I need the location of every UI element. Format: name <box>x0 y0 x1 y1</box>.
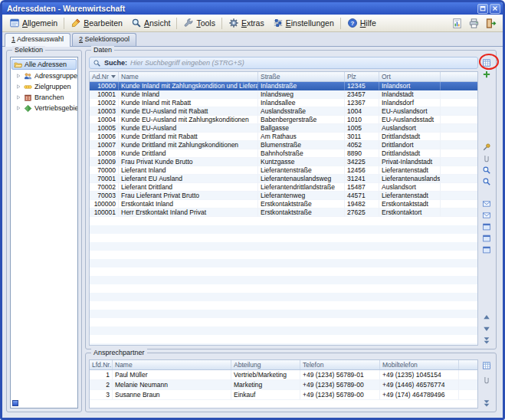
search-input[interactable]: Suche: Hier Suchbegriff eingeben (STRG+S… <box>89 57 478 69</box>
address-row[interactable]: 10007Kunde Drittland mit Zahlungskonditi… <box>90 141 477 149</box>
address-row[interactable]: 70002Lieferant DrittlandLieferantendritt… <box>90 183 477 192</box>
search-placeholder: Hier Suchbegriff eingeben (STRG+S) <box>130 59 244 67</box>
address-row[interactable]: 10005Kunde EU-AuslandBallgasse1005Auslan… <box>90 124 477 133</box>
column-header-mobiltelefon[interactable]: Mobiltelefon <box>380 360 459 369</box>
menu-item-bearbeiten[interactable]: Bearbeiten <box>67 16 126 30</box>
cell-ort: Lieferantenstadt <box>379 166 441 175</box>
cell-ort: Inlandsort <box>379 82 441 90</box>
tree-item-label: Adressgruppen <box>34 72 78 80</box>
toolbar-button-report-icon[interactable] <box>450 16 464 31</box>
strip-button-mail-icon[interactable] <box>481 199 492 208</box>
menu-item-label: Ansicht <box>144 18 170 28</box>
strip-button-clip-icon[interactable] <box>481 375 492 385</box>
address-row[interactable]: 100001Herr Erstkontakt Inland PrivatErst… <box>90 208 477 217</box>
address-row[interactable]: 70000Lieferant InlandLieferantenstraße12… <box>90 166 477 175</box>
strip-button-clip-icon[interactable] <box>481 153 492 163</box>
tree-item-adressgruppen[interactable]: Adressgruppen <box>11 71 77 81</box>
cell-filler <box>441 124 477 133</box>
svg-text:?: ? <box>350 20 354 27</box>
menu-item-extras[interactable]: Extras <box>225 16 268 30</box>
column-header-plz[interactable]: Plz <box>345 72 379 81</box>
address-row[interactable]: 10002Kunde Inland mit RabattInlandsallee… <box>90 99 477 107</box>
tree-item-label: Zielgruppen <box>34 83 71 90</box>
address-row[interactable]: 70001Lieferant EU AuslandLieferantenausl… <box>90 175 477 183</box>
menu-item-ansicht[interactable]: Ansicht <box>127 16 174 30</box>
cell-name: Kunde EU-Ausland mit Rabatt <box>119 107 258 116</box>
menu-item-hilfe[interactable]: ?Hilfe <box>343 16 380 30</box>
contact-row[interactable]: 3Susanne BraunEinkauf+49 (1234) 56789-00… <box>90 390 477 400</box>
cell-mobil: +49 (1446) 46576774 <box>380 380 459 390</box>
strip-button-window-icon[interactable] <box>481 244 492 254</box>
strip-button-add-icon[interactable] <box>481 69 492 79</box>
cell-nr: 3 <box>90 390 113 400</box>
toolbar-button-exit-icon[interactable] <box>484 16 498 31</box>
cell-filler <box>441 107 477 116</box>
strip-button-double-down-icon[interactable] <box>481 398 492 408</box>
column-header-stra-e[interactable]: Straße <box>258 72 345 81</box>
window-close-button[interactable] <box>490 4 500 14</box>
strip-button-down-icon[interactable] <box>481 323 492 333</box>
form-icon <box>9 18 20 28</box>
address-row[interactable]: 10003Kunde EU-Ausland mit RabattAuslands… <box>90 107 477 116</box>
strip-button-zoom-icon[interactable] <box>481 165 492 175</box>
cell-nr: 10004 <box>90 116 119 124</box>
toolbar-button-print-icon[interactable] <box>467 16 481 31</box>
tab-2-selektionspool[interactable]: 2 Selektionspool <box>72 33 136 46</box>
strip-button-window-icon[interactable] <box>481 221 492 231</box>
address-row[interactable]: 10004Kunde EU-Ausland mit Zahlungskondit… <box>90 116 477 124</box>
address-row[interactable]: 10006Kunde Drittland mit RabattAm Rathau… <box>90 133 477 141</box>
mail-icon <box>482 199 491 208</box>
cell-ort: Drittlandort <box>379 141 441 149</box>
cell-name: Kunde Inland mit Zahlungskondition und L… <box>119 82 258 90</box>
cell-strasse: Inlandsweg <box>258 90 345 99</box>
tree-item-zielgruppen[interactable]: Zielgruppen <box>11 81 77 92</box>
address-row[interactable]: 10008Kunde DrittlandBahnhofstraße8890Dri… <box>90 149 477 158</box>
strip-button-up-icon[interactable] <box>481 312 492 322</box>
menu-item-einstellungen[interactable]: Einstellungen <box>269 16 338 30</box>
column-header-name[interactable]: Name <box>113 360 231 369</box>
strip-button-grid-icon[interactable] <box>481 360 492 370</box>
menu-separator <box>221 18 222 29</box>
cell-name: Lieferant Drittland <box>119 183 258 192</box>
strip-button-double-down-icon[interactable] <box>481 335 492 345</box>
column-header-ad-nr[interactable]: Ad.Nr <box>90 72 119 81</box>
address-row[interactable]: 70003Frau Lieferant Privat BruttoLiefera… <box>90 192 477 200</box>
contact-row[interactable]: 1Paul MüllerVertrieb/Marketing+49 (1234)… <box>90 370 477 380</box>
tree-item-vertriebsgebiete[interactable]: Vertriebsgebiete <box>11 103 77 113</box>
menu-item-allgemein[interactable]: Allgemein <box>5 16 61 30</box>
cell-telefon: +49 (1234) 56789-01 <box>300 370 380 380</box>
window-title: Adressdaten - Warenwirtschaft <box>7 4 476 13</box>
column-header-abteilung[interactable]: Abteilung <box>231 360 300 369</box>
mail-icon <box>482 211 491 220</box>
strip-button-mail-icon[interactable] <box>481 210 492 220</box>
contact-row[interactable]: 2Melanie NeumannMarketing+49 (1234) 5678… <box>90 380 477 390</box>
column-header-label: Name <box>121 73 139 80</box>
tree-item-alle-adressen[interactable]: Alle Adressen <box>11 59 77 70</box>
window-restore-button[interactable] <box>477 4 488 14</box>
cell-plz: 1004 <box>345 107 379 116</box>
strip-button-zoom-icon[interactable] <box>481 176 492 186</box>
address-row[interactable]: 10001Kunde InlandInlandsweg23457Inlandst… <box>90 90 477 99</box>
sliders-icon <box>273 18 284 28</box>
cell-filler <box>441 192 477 200</box>
cell-strasse: Inlandsallee <box>258 99 345 107</box>
column-header-ort[interactable]: Ort <box>379 72 441 81</box>
tab-1-adressauswahl[interactable]: 1 Adressauswahl <box>5 33 71 47</box>
cell-plz: 19482 <box>345 200 379 208</box>
column-header-lfd-nr[interactable]: Lfd.Nr. <box>90 360 113 369</box>
address-row[interactable]: 100000Erstkontakt InlandErstkontaktstraß… <box>90 200 477 208</box>
column-header-telefon[interactable]: Telefon <box>300 360 380 369</box>
column-header-name[interactable]: Name <box>119 72 258 81</box>
menu-item-tools[interactable]: Tools <box>179 16 219 30</box>
strip-button-grid-icon[interactable] <box>481 57 492 67</box>
titlebar[interactable]: Adressdaten - Warenwirtschaft <box>2 2 503 15</box>
cell-name: Lieferant Inland <box>119 166 258 175</box>
tree-item-branchen[interactable]: Branchen <box>11 92 77 103</box>
address-row[interactable]: 10000Kunde Inland mit Zahlungskondition … <box>90 82 477 90</box>
strip-button-window-icon[interactable] <box>481 233 492 243</box>
cell-strasse: Auslandsstraße <box>258 107 345 116</box>
address-row[interactable]: 10009Frau Privat Kunde BruttoKuntzgasse3… <box>90 158 477 166</box>
cell-nr: 10001 <box>90 90 119 99</box>
cell-ort: Drittlandstadt <box>379 149 441 158</box>
strip-button-pin-icon[interactable] <box>481 142 492 152</box>
